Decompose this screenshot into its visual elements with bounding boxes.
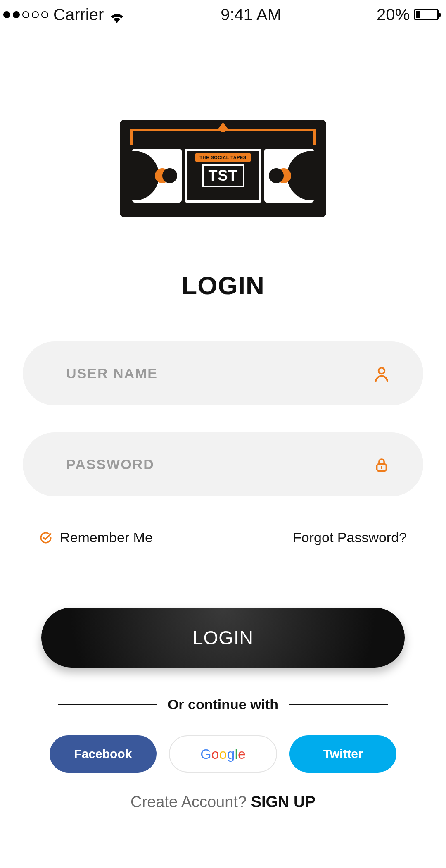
- password-field[interactable]: [23, 432, 423, 496]
- page-title: LOGIN: [0, 271, 446, 300]
- user-icon: [373, 365, 390, 382]
- sign-up-link[interactable]: SIGN UP: [251, 793, 316, 811]
- wifi-icon: [109, 8, 125, 21]
- check-circle-icon: [39, 531, 52, 544]
- password-input[interactable]: [66, 456, 373, 472]
- status-time: 9:41 AM: [221, 5, 281, 24]
- status-bar: Carrier 9:41 AM 20%: [0, 0, 446, 29]
- signal-dots-icon: [3, 11, 48, 18]
- battery-icon: [414, 9, 439, 20]
- app-logo: THE SOCIAL TAPES TST: [0, 120, 446, 217]
- remember-me-toggle[interactable]: Remember Me: [39, 529, 153, 546]
- social-divider: Or continue with: [58, 696, 388, 713]
- signup-prompt: Create Account?: [130, 793, 251, 811]
- logo-abbrev-text: TST: [202, 164, 244, 187]
- svg-point-0: [379, 367, 385, 374]
- cassette-logo-icon: THE SOCIAL TAPES TST: [120, 120, 326, 217]
- forgot-password-link[interactable]: Forgot Password?: [293, 529, 407, 546]
- username-field[interactable]: [23, 341, 423, 405]
- login-button[interactable]: LOGIN: [41, 608, 405, 668]
- status-right: 20%: [377, 5, 439, 24]
- remember-me-label: Remember Me: [60, 529, 153, 546]
- signup-row: Create Account? SIGN UP: [0, 793, 446, 811]
- logo-banner-text: THE SOCIAL TAPES: [195, 153, 250, 162]
- google-login-button[interactable]: Google: [169, 735, 278, 773]
- facebook-login-button[interactable]: Facebook: [50, 735, 157, 773]
- lock-icon: [373, 456, 390, 473]
- carrier-label: Carrier: [53, 5, 104, 24]
- username-input[interactable]: [66, 365, 373, 382]
- divider-label: Or continue with: [168, 696, 278, 713]
- battery-percent: 20%: [377, 5, 410, 24]
- twitter-login-button[interactable]: Twitter: [289, 735, 396, 773]
- status-left: Carrier: [3, 5, 125, 24]
